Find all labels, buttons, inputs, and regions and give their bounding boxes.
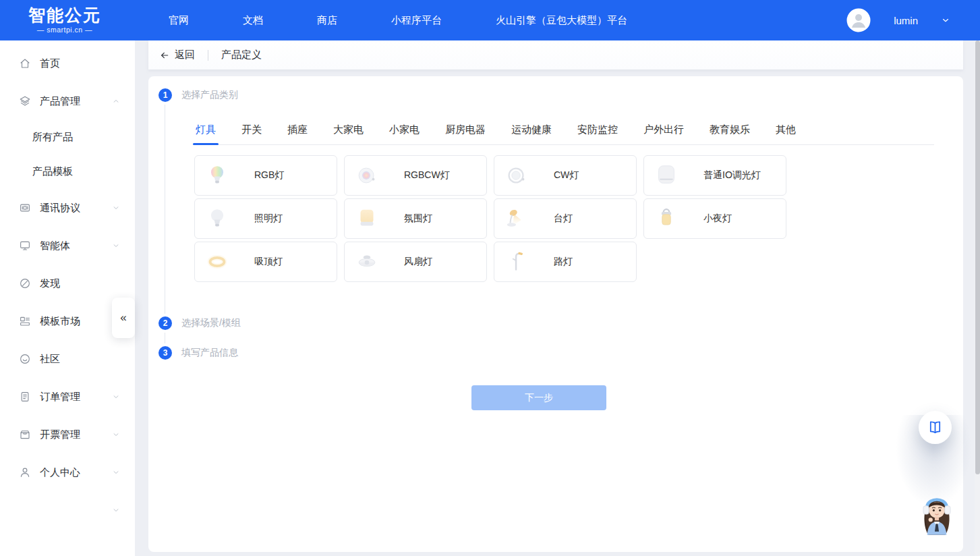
sidebar-item-label: 发现 [40,277,60,290]
sidebar-item-home[interactable]: 首页 [0,45,135,82]
product-card-cw-light[interactable]: CW灯 [494,155,637,196]
product-card-label: 路灯 [554,256,573,268]
username: lumin [894,15,918,26]
agent-icon [19,240,31,252]
user-avatar-icon [846,8,871,32]
next-step-button[interactable]: 下一步 [471,385,606,410]
tab-large-appliance[interactable]: 大家电 [332,123,365,144]
assistant-girl-icon [911,491,963,537]
sidebar-item-order-management[interactable]: 订单管理 [0,378,135,416]
protocol-icon [19,202,31,214]
chevron-down-icon [112,468,120,476]
tab-other[interactable]: 其他 [774,123,797,144]
product-card-ceiling-light[interactable]: 吸顶灯 [194,242,337,282]
orders-icon [19,391,31,403]
user-menu[interactable]: lumin [846,0,950,40]
step-3: 3 填写产品信息 [158,346,238,360]
sidebar-item-communication-protocol[interactable]: 通讯协议 [0,189,135,227]
sidebar-item-community[interactable]: 社区 [0,340,135,378]
desk-lamp-icon [504,206,529,231]
ceiling-light-icon [204,249,230,275]
night-light-icon [654,206,679,231]
sidebar-item-label: 首页 [40,57,60,70]
community-icon [19,353,31,365]
open-book-icon [927,420,943,435]
step-2: 2 选择场景/模组 [158,316,241,330]
discover-icon [19,277,31,289]
tab-outdoor-travel[interactable]: 户外出行 [642,123,685,144]
top-nav-item-volcano-engine-platform[interactable]: 火山引擎（豆包大模型）平台 [496,14,627,27]
cw-downlight-icon [504,163,529,188]
product-card-illumination-light[interactable]: 照明灯 [194,198,337,239]
tab-security-monitoring[interactable]: 安防监控 [576,123,619,144]
product-card-ambient-light[interactable]: 氛围灯 [344,198,487,239]
product-card-label: RGBCW灯 [404,169,450,182]
top-nav-item-miniprogram-platform[interactable]: 小程序平台 [391,14,442,27]
chevron-down-icon [112,506,120,514]
top-navigation: 官网文档商店小程序平台火山引擎（豆包大模型）平台 [169,14,627,27]
product-card-label: 吸顶灯 [254,256,283,268]
rgb-bulb-icon [204,163,230,188]
product-card-street-lamp[interactable]: 路灯 [494,242,637,282]
product-card-rgbcw-light[interactable]: RGBCW灯 [344,155,487,196]
sidebar-item-personal-center[interactable]: 个人中心 [0,453,135,491]
tab-sport-health[interactable]: 运动健康 [510,123,553,144]
product-card-io-dimmer-light[interactable]: 普通IO调光灯 [643,155,786,196]
product-card-label: 台灯 [554,213,573,225]
scrollbar-thumb[interactable] [975,40,980,474]
product-card-label: 风扇灯 [404,256,432,268]
customer-service-assistant[interactable] [911,491,963,537]
tab-education-entertainment[interactable]: 教育娱乐 [708,123,751,144]
sidebar-item-label: 社区 [40,353,60,366]
tab-small-appliance[interactable]: 小家电 [388,123,421,144]
fan-light-icon [354,249,380,275]
back-button[interactable]: 返回 [159,49,195,61]
chevron-down-icon [112,204,120,212]
back-label: 返回 [175,49,195,61]
product-card-fan-light[interactable]: 风扇灯 [344,242,487,282]
scrollbar-track [975,40,980,556]
tab-kitchen-appliance[interactable]: 厨房电器 [444,123,487,144]
sidebar-item-more[interactable] [0,491,135,529]
top-nav-item-official-site[interactable]: 官网 [169,14,189,27]
street-lamp-icon [504,249,529,275]
product-card-label: CW灯 [554,169,579,182]
logo-title: 智能公元 [28,7,101,24]
product-card-desk-lamp[interactable]: 台灯 [494,198,637,239]
top-nav-item-store[interactable]: 商店 [317,14,337,27]
tab-switch[interactable]: 开关 [240,123,263,144]
product-card-label: 小夜灯 [703,213,732,225]
arrow-left-icon [159,50,170,61]
category-tabs: 灯具开关插座大家电小家电厨房电器运动健康安防监控户外出行教育娱乐其他 [194,123,934,145]
sidebar-item-label: 开票管理 [40,428,80,441]
sidebar-item-label: 模板市场 [40,315,80,328]
sidebar-subitem-all-products[interactable]: 所有产品 [0,120,135,155]
bulb-icon [204,206,230,231]
chevron-down-icon [112,393,120,401]
product-card-label: RGB灯 [254,169,284,182]
sidebar-collapse-button[interactable]: « [112,298,135,338]
chevron-down-icon [112,242,120,250]
step-1: 1 选择产品类别 [158,88,238,102]
sidebar-item-product-management[interactable]: 产品管理 [0,82,135,120]
market-icon [19,315,31,327]
sidebar-item-discover[interactable]: 发现 [0,265,135,302]
product-card-night-light[interactable]: 小夜灯 [643,198,786,239]
sidebar-item-invoice-management[interactable]: 开票管理 [0,416,135,453]
top-header-bar: 智能公元 — smartpi.cn — 官网文档商店小程序平台火山引擎（豆包大模… [0,0,980,40]
logo-subtitle: — smartpi.cn — [28,26,101,34]
sidebar-item-smart-agent[interactable]: 智能体 [0,227,135,265]
tab-lighting[interactable]: 灯具 [194,123,217,144]
top-nav-item-docs[interactable]: 文档 [243,14,263,27]
docs-floating-button[interactable] [919,411,952,444]
product-card-rgb-light[interactable]: RGB灯 [194,155,337,196]
product-card-label: 氛围灯 [404,213,432,225]
step-connector-line [165,105,165,314]
product-card-grid: RGB灯RGBCW灯CW灯普通IO调光灯照明灯氛围灯台灯小夜灯吸顶灯风扇灯路灯 [194,155,786,282]
logo[interactable]: 智能公元 — smartpi.cn — [28,7,101,34]
sidebar-subitem-product-templates[interactable]: 产品模板 [0,155,135,189]
step-2-label: 选择场景/模组 [181,317,241,329]
step-3-label: 填写产品信息 [181,347,238,359]
tab-socket[interactable]: 插座 [286,123,309,144]
sidebar-item-label: 订单管理 [40,391,80,404]
